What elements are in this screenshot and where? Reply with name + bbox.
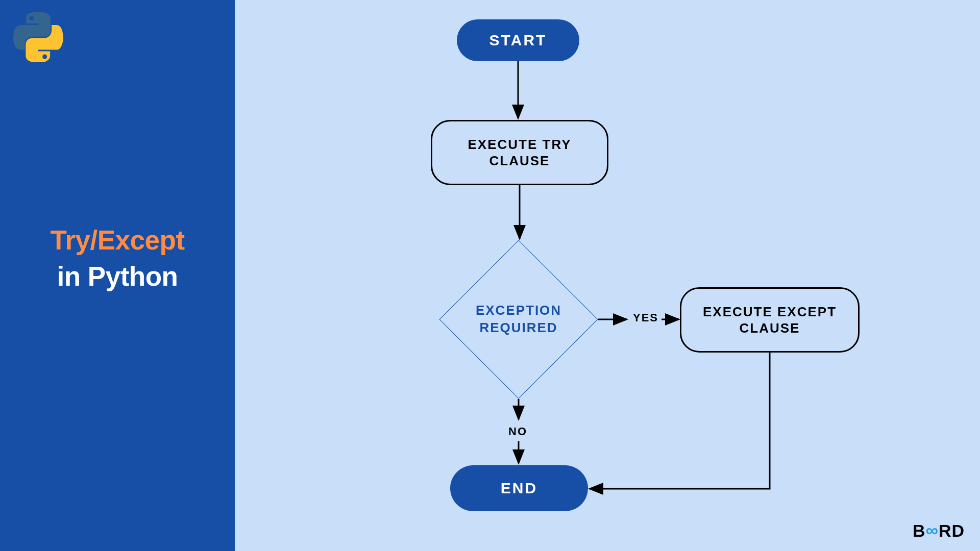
- flow-start-node: START: [457, 19, 579, 61]
- page-title: Try/Except in Python: [0, 224, 235, 292]
- brand-prefix: B: [913, 521, 926, 541]
- flow-try-label: EXECUTE TRYCLAUSE: [468, 136, 571, 169]
- flow-end-label: END: [501, 480, 537, 497]
- flow-decision-node: EXCEPTIONREQUIRED: [439, 240, 598, 399]
- brand-suffix: RD: [939, 521, 965, 541]
- flow-except-label: EXECUTE EXCEPTCLAUSE: [703, 304, 837, 337]
- flow-try-node: EXECUTE TRYCLAUSE: [431, 120, 608, 185]
- title-line-1: Try/Except: [50, 225, 184, 255]
- flow-except-node: EXECUTE EXCEPTCLAUSE: [680, 287, 860, 353]
- sidebar: Try/Except in Python: [0, 0, 235, 551]
- flow-start-label: START: [489, 32, 547, 49]
- flow-decision-label: EXCEPTIONREQUIRED: [476, 302, 561, 337]
- title-line-2: in Python: [0, 261, 235, 292]
- edge-label-yes: YES: [633, 311, 658, 324]
- infinity-icon: ∞: [926, 520, 939, 540]
- edge-label-no: NO: [508, 425, 527, 438]
- flow-end-node: END: [450, 465, 588, 511]
- brand-logo: B∞RD: [913, 521, 965, 541]
- python-logo-icon: [13, 11, 64, 64]
